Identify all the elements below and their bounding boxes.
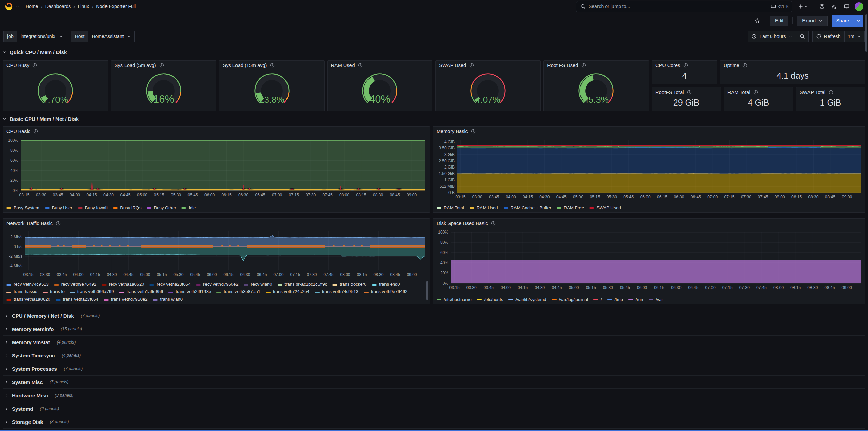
legend-scrollbar[interactable] — [426, 281, 428, 300]
dashboard-row-hardware-misc[interactable]: Hardware Misc(3 panels) — [3, 389, 865, 402]
dashboard-row-memory-meminfo[interactable]: Memory Meminfo(15 panels) — [3, 322, 865, 336]
legend-item[interactable]: trans vetha23f664 — [56, 297, 98, 302]
variable-job-select[interactable]: integrations/unix — [17, 31, 66, 42]
edit-button[interactable]: Edit — [770, 16, 788, 26]
legend-item[interactable]: trans veth1a6e856 — [119, 289, 163, 294]
legend-item[interactable]: trans wlan0 — [153, 297, 182, 302]
legend-item[interactable]: /var/log/journal — [552, 297, 588, 302]
legend-item[interactable]: Busy IRQs — [113, 205, 141, 210]
info-icon[interactable] — [687, 90, 692, 95]
search-input[interactable]: Search or jump to... ctrl+k — [576, 1, 792, 12]
info-icon[interactable] — [471, 129, 476, 134]
legend-swatch — [168, 292, 173, 293]
share-menu-button[interactable] — [854, 15, 863, 27]
org-menu-chevron-icon[interactable] — [16, 5, 19, 9]
refresh-button[interactable]: Refresh — [813, 31, 844, 42]
info-icon[interactable] — [491, 221, 496, 226]
dashboard-row-memory-vmstat[interactable]: Memory Vmstat(4 panels) — [3, 336, 865, 349]
legend-item[interactable]: trans vethd7960e2 — [104, 297, 148, 302]
legend-item[interactable]: Idle — [181, 205, 196, 210]
legend-item[interactable]: RAM Cache + Buffer — [504, 205, 551, 210]
grafana-logo-icon[interactable] — [5, 2, 13, 11]
add-button[interactable] — [797, 2, 809, 11]
legend-item[interactable]: trans br-ac1bc1c6ff9c — [278, 282, 327, 287]
legend-item[interactable]: /tmp — [607, 297, 623, 302]
info-icon[interactable] — [742, 63, 747, 68]
info-icon[interactable] — [270, 63, 275, 68]
legend-item[interactable]: trans veth3e87aa1 — [216, 289, 260, 294]
svg-text:07:00: 07:00 — [273, 272, 283, 277]
info-icon[interactable] — [358, 63, 363, 68]
dashboard-row-system-processes[interactable]: System Processes(7 panels) — [3, 362, 865, 376]
legend-item[interactable]: /var/lib/systemd — [508, 297, 546, 302]
row-quick-cpu-mem-disk[interactable]: Quick CPU / Mem / Disk — [3, 47, 865, 57]
legend-item[interactable]: Busy User — [45, 205, 72, 210]
legend-item[interactable]: trans veth74c9513 — [315, 289, 358, 294]
legend-item[interactable]: trans veth066a799 — [70, 289, 114, 294]
help-button[interactable] — [818, 2, 826, 11]
legend-item[interactable]: trans veth2f9148e — [168, 289, 211, 294]
avatar[interactable] — [855, 2, 863, 11]
display-button[interactable] — [842, 2, 851, 11]
legend-item[interactable]: trans vetha1a0620 — [6, 297, 50, 302]
share-button[interactable]: Share — [832, 15, 854, 27]
legend-item[interactable]: Busy Iowait — [78, 205, 108, 210]
legend-item[interactable]: trans veth724c2e4 — [266, 289, 309, 294]
legend-item[interactable]: trans lo — [43, 289, 65, 294]
legend-item[interactable]: trans hassio — [6, 289, 37, 294]
legend-item[interactable]: RAM Free — [557, 205, 584, 210]
news-button[interactable] — [830, 2, 838, 11]
legend-item[interactable]: recv veth74c9513 — [6, 282, 49, 287]
legend-item[interactable]: RAM Total — [437, 205, 464, 210]
info-icon[interactable] — [33, 129, 38, 134]
dashboard-row-system-timesync[interactable]: System Timesync(4 panels) — [3, 349, 865, 362]
breadcrumb-item[interactable]: Linux — [78, 4, 89, 9]
svg-text:07:30: 07:30 — [741, 195, 751, 199]
legend-item[interactable]: trans docker0 — [332, 282, 366, 287]
breadcrumb-item[interactable]: Dashboards — [45, 4, 71, 9]
legend-item[interactable]: recv veth9e76492 — [54, 282, 96, 287]
row-basic-cpu-mem-net-disk[interactable]: Basic CPU / Mem / Net / Disk — [3, 114, 865, 124]
page-scrollbar[interactable] — [865, 14, 867, 52]
gauge-chart: 7.70% — [6, 70, 105, 109]
legend-swatch — [266, 292, 271, 293]
variable-host-select[interactable]: HomeAssistant — [88, 31, 134, 42]
legend-swatch — [104, 299, 109, 301]
legend-item[interactable]: /etc/hosts — [477, 297, 503, 302]
dashboard-row-cpu-memory-net-disk[interactable]: CPU / Memory / Net / Disk(7 panels) — [3, 309, 865, 322]
info-icon[interactable] — [581, 63, 586, 68]
legend-item[interactable]: recv vethd7960e2 — [196, 282, 238, 287]
favorite-button[interactable] — [753, 17, 761, 25]
legend-item[interactable]: / — [593, 297, 602, 302]
svg-text:05:15: 05:15 — [154, 193, 164, 197]
legend-item[interactable]: Busy Other — [147, 205, 176, 210]
export-button[interactable]: Export — [797, 16, 827, 26]
info-icon[interactable] — [753, 90, 758, 95]
info-icon[interactable] — [683, 63, 688, 68]
legend-item[interactable]: trans veth9e76492 — [364, 289, 408, 294]
legend-item[interactable]: SWAP Used — [589, 205, 621, 210]
legend-item[interactable]: RAM Used — [470, 205, 498, 210]
legend-item[interactable]: recv vetha1a0620 — [102, 282, 144, 287]
info-icon[interactable] — [159, 63, 164, 68]
info-icon[interactable] — [32, 63, 37, 68]
row-title: Basic CPU / Mem / Net / Disk — [10, 116, 79, 122]
dashboard-row-storage-disk[interactable]: Storage Disk(8 panels) — [3, 415, 865, 429]
legend-item[interactable]: trans end0 — [372, 282, 400, 287]
legend-item[interactable]: /etc/hostname — [437, 297, 472, 302]
zoom-out-button[interactable] — [796, 31, 808, 42]
legend-item[interactable]: Busy System — [6, 205, 39, 210]
breadcrumb-item[interactable]: Home — [26, 4, 38, 9]
legend-item[interactable]: recv wlan0 — [244, 282, 272, 287]
legend-item[interactable]: /var — [649, 297, 663, 302]
info-icon[interactable] — [469, 63, 474, 68]
legend-item[interactable]: /run — [628, 297, 643, 302]
svg-text:04:15: 04:15 — [87, 193, 97, 197]
info-icon[interactable] — [56, 221, 61, 226]
dashboard-row-systemd[interactable]: Systemd(2 panels) — [3, 402, 865, 415]
refresh-interval-button[interactable]: 1m — [845, 31, 864, 42]
dashboard-row-system-misc[interactable]: System Misc(7 panels) — [3, 376, 865, 389]
time-range-button[interactable]: Last 6 hours — [748, 31, 796, 42]
legend-item[interactable]: recv vetha23f664 — [149, 282, 191, 287]
info-icon[interactable] — [829, 90, 833, 95]
